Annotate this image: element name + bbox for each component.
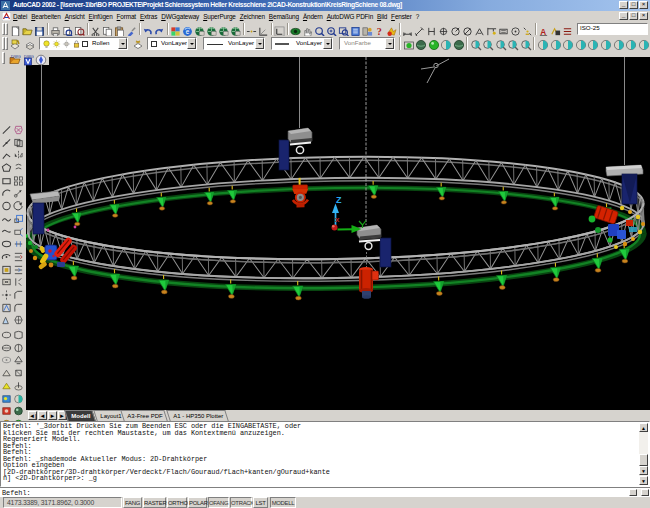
svg-text:x: x bbox=[335, 215, 340, 224]
svg-text:DWG: DWG bbox=[24, 54, 34, 59]
svg-text:e: e bbox=[186, 28, 190, 35]
svg-text:DWG: DWG bbox=[11, 54, 21, 59]
svg-text:Z: Z bbox=[336, 195, 342, 205]
